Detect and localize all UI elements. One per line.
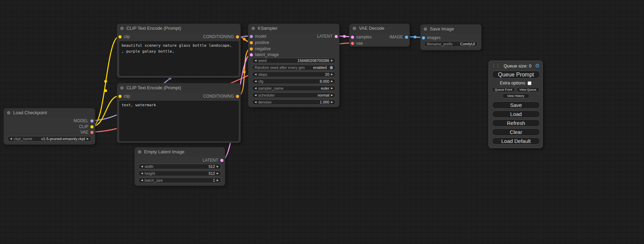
decrement-icon[interactable]: ◀ (141, 172, 143, 175)
scheduler-widget[interactable]: ◀ scheduler normal ▶ (252, 92, 336, 98)
decrement-icon[interactable]: ◀ (141, 179, 143, 182)
height-widget[interactable]: ◀ height 512 ▶ (138, 171, 221, 176)
conditioning-port-dot[interactable] (236, 35, 239, 38)
input-port-vae[interactable]: vae (351, 41, 363, 46)
collapse-dot[interactable] (120, 86, 124, 90)
output-port-latent[interactable]: LATENT (203, 158, 223, 163)
node-ksampler[interactable]: KSampler model positive negative latent_… (248, 24, 339, 107)
clip-port-dot[interactable] (90, 125, 94, 128)
node-empty-latent-image[interactable]: Empty Latent Image LATENT ◀ width 512 ▶ … (134, 147, 225, 186)
decrement-icon[interactable]: ◀ (255, 80, 256, 83)
widget-value: euler (321, 86, 329, 90)
view-queue-button[interactable]: View Queue (517, 87, 540, 92)
increment-icon[interactable]: ▶ (217, 165, 219, 168)
decrement-icon[interactable]: ◀ (141, 165, 143, 168)
clip-port-dot[interactable] (118, 35, 122, 38)
width-widget[interactable]: ◀ width 512 ▶ (138, 164, 221, 169)
drag-handle-icon[interactable]: ⋮⋮ (492, 63, 500, 68)
steps-widget[interactable]: ◀ steps 20 ▶ (252, 72, 336, 77)
output-port-model[interactable]: MODEL (73, 118, 94, 123)
increment-icon[interactable]: ▶ (331, 73, 333, 76)
clear-button[interactable]: Clear (492, 128, 540, 136)
collapse-dot[interactable] (252, 27, 255, 30)
negative-prompt-textarea[interactable]: text, watermark (119, 101, 239, 141)
view-history-button[interactable]: View History (502, 93, 529, 98)
input-port-images[interactable]: images (422, 35, 441, 40)
filename-prefix-widget[interactable]: filename_prefix ComfyUI (424, 41, 478, 47)
input-port-model[interactable]: model (250, 34, 266, 39)
node-save-image[interactable]: Save Image images filename_prefix ComfyU… (420, 24, 482, 50)
output-port-clip[interactable]: CLIP (79, 124, 94, 129)
node-graph-canvas[interactable]: Load Checkpoint MODEL CLIP VAE ◀ ckpt_na… (0, 0, 644, 244)
save-button[interactable]: Save (492, 101, 540, 109)
decrement-icon[interactable]: ◀ (255, 94, 256, 97)
input-port-clip[interactable]: clip (118, 34, 130, 39)
output-port-conditioning[interactable]: CONDITIONING (203, 34, 239, 39)
conditioning-port-dot[interactable] (250, 41, 253, 44)
collapse-dot[interactable] (138, 150, 141, 154)
input-port-latent-image[interactable]: latent_image (250, 52, 279, 57)
extra-options-label: Extra options (500, 81, 525, 85)
increment-icon[interactable]: ▶ (87, 137, 89, 140)
seed-widget[interactable]: ◀ seed 156680208700286 ▶ (252, 58, 336, 63)
conditioning-port-dot[interactable] (236, 95, 239, 98)
collapse-dot[interactable] (353, 27, 356, 30)
node-load-checkpoint[interactable]: Load Checkpoint MODEL CLIP VAE ◀ ckpt_na… (3, 108, 95, 145)
sampler-name-widget[interactable]: ◀ sampler_name euler ▶ (252, 85, 336, 91)
queue-front-button[interactable]: Queue Front (492, 87, 515, 92)
load-default-button[interactable]: Load Default (492, 137, 540, 145)
load-button[interactable]: Load (492, 110, 540, 118)
image-port-dot[interactable] (405, 36, 408, 39)
port-label: CONDITIONING (203, 94, 234, 99)
increment-icon[interactable]: ▶ (331, 101, 333, 103)
latent-port-dot[interactable] (351, 36, 354, 39)
increment-icon[interactable]: ▶ (217, 179, 219, 182)
random-seed-toggle[interactable]: Random seed after every gen enabled (252, 65, 336, 70)
settings-gear-icon[interactable]: ⚙ (535, 63, 540, 69)
queue-prompt-button[interactable]: Queue Prompt (492, 71, 540, 79)
decrement-icon[interactable]: ◀ (255, 73, 256, 76)
conditioning-port-dot[interactable] (250, 47, 253, 51)
output-port-vae[interactable]: VAE (80, 130, 94, 135)
input-port-positive[interactable]: positive (250, 40, 269, 45)
decrement-icon[interactable]: ◀ (255, 59, 256, 62)
increment-icon[interactable]: ▶ (331, 59, 333, 62)
image-port-dot[interactable] (422, 36, 425, 39)
decrement-icon[interactable]: ◀ (10, 137, 12, 140)
node-clip-text-encode-negative[interactable]: CLIP Text Encode (Prompt) clip CONDITION… (117, 83, 241, 143)
latent-port-dot[interactable] (220, 159, 223, 162)
input-port-samples[interactable]: samples (351, 35, 372, 39)
output-port-conditioning[interactable]: CONDITIONING (203, 94, 239, 99)
output-port-latent[interactable]: LATENT (317, 34, 338, 39)
collapse-dot[interactable] (424, 27, 427, 31)
batch-size-widget[interactable]: ◀ batch_size 1 ▶ (138, 178, 221, 183)
decrement-icon[interactable]: ◀ (255, 101, 256, 103)
toggle-indicator[interactable] (330, 66, 333, 69)
increment-icon[interactable]: ▶ (217, 172, 219, 175)
output-port-image[interactable]: IMAGE (389, 35, 408, 39)
vae-port-dot[interactable] (351, 42, 354, 45)
increment-icon[interactable]: ▶ (331, 87, 333, 90)
latent-port-dot[interactable] (335, 35, 338, 38)
node-vae-decode[interactable]: VAE Decode samples vae IMAGE (349, 24, 410, 47)
comfy-menu-panel: ⋮⋮ Queue size: 0 ⚙ Queue Prompt Extra op… (488, 61, 543, 148)
positive-prompt-textarea[interactable]: beautiful scenery nature glass bottle la… (119, 41, 239, 76)
denoise-widget[interactable]: ◀ denoise 1.000 ▶ (252, 99, 336, 105)
increment-icon[interactable]: ▶ (331, 94, 333, 97)
latent-port-dot[interactable] (250, 53, 253, 56)
extra-options-checkbox[interactable] (528, 81, 531, 85)
node-clip-text-encode-positive[interactable]: CLIP Text Encode (Prompt) clip CONDITION… (117, 24, 241, 78)
input-port-negative[interactable]: negative (250, 46, 271, 51)
increment-icon[interactable]: ▶ (331, 80, 333, 83)
model-port-dot[interactable] (90, 119, 94, 123)
collapse-dot[interactable] (7, 111, 10, 115)
clip-port-dot[interactable] (118, 95, 122, 98)
vae-port-dot[interactable] (90, 131, 94, 134)
refresh-button[interactable]: Refresh (492, 119, 540, 127)
cfg-widget[interactable]: ◀ cfg 8.000 ▶ (252, 79, 336, 84)
input-port-clip[interactable]: clip (118, 94, 130, 99)
decrement-icon[interactable]: ◀ (255, 87, 256, 90)
model-port-dot[interactable] (250, 35, 253, 38)
ckpt-name-widget[interactable]: ◀ ckpt_name v1-5-pruned-emaonly.ckpt ▶ (7, 136, 91, 142)
collapse-dot[interactable] (120, 27, 124, 30)
